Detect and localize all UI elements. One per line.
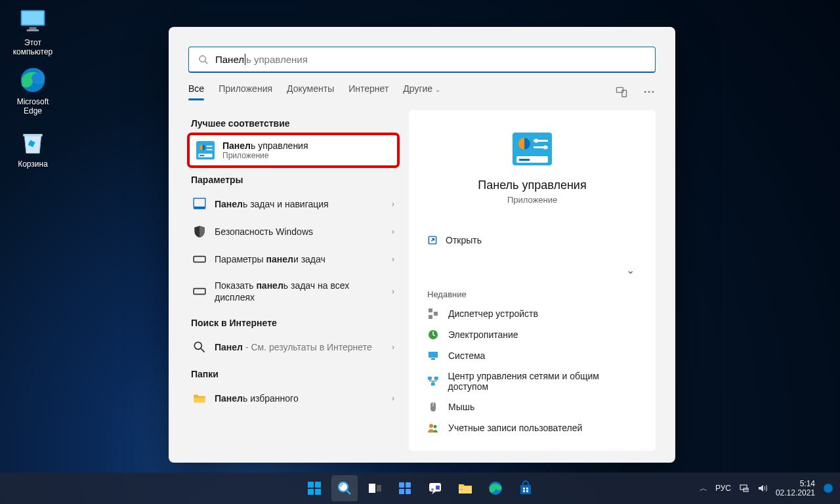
svg-rect-68 <box>526 490 528 492</box>
svg-rect-19 <box>194 207 205 209</box>
svg-rect-49 <box>315 489 321 495</box>
svg-rect-37 <box>429 352 438 358</box>
desktop-icon-this-pc[interactable]: Этот компьютер <box>8 7 58 57</box>
recent-system[interactable]: Система <box>426 345 639 366</box>
svg-rect-62 <box>460 489 463 490</box>
desktop-icon-recycle-bin[interactable]: Корзина <box>8 128 58 169</box>
settings-item-security[interactable]: Безопасность Windows › <box>188 218 398 245</box>
users-icon <box>427 422 439 434</box>
more-icon[interactable] <box>642 85 656 98</box>
search-input[interactable]: Панель управления <box>188 47 656 73</box>
svg-rect-39 <box>428 377 432 380</box>
tab-internet[interactable]: Интернет <box>348 83 388 100</box>
clock[interactable]: 5:14 02.12.2021 <box>776 479 815 498</box>
best-match-label: Лучшее соответствие <box>191 118 398 129</box>
svg-point-45 <box>434 425 437 429</box>
recent-device-manager[interactable]: Диспетчер устройств <box>426 303 639 324</box>
svg-point-71 <box>824 484 833 493</box>
svg-rect-46 <box>308 482 314 488</box>
devices-icon[interactable] <box>615 85 628 98</box>
store-button[interactable] <box>513 475 539 501</box>
svg-rect-48 <box>308 489 314 495</box>
svg-rect-38 <box>431 358 435 360</box>
svg-point-60 <box>431 488 434 491</box>
recycle-bin-icon <box>18 128 47 157</box>
recent-mouse[interactable]: Мышь <box>426 396 639 417</box>
search-icon <box>198 54 209 65</box>
control-panel-icon <box>513 133 552 165</box>
svg-rect-67 <box>523 490 525 492</box>
svg-rect-17 <box>200 155 204 156</box>
recent-network[interactable]: Центр управления сетями и общим доступом <box>426 366 639 396</box>
search-button[interactable] <box>331 475 358 501</box>
svg-point-10 <box>648 91 650 93</box>
desktop-icon-edge[interactable]: Microsoft Edge <box>8 66 58 116</box>
taskbar: ︿ РУС 5:14 02.12.2021 <box>0 472 840 504</box>
folder-result[interactable]: Панель избранного › <box>188 385 398 412</box>
chevron-right-icon: › <box>392 200 394 209</box>
web-result[interactable]: Панел - См. результаты в Интернете › <box>188 333 398 361</box>
tray-overflow-button[interactable]: ︿ <box>700 483 707 494</box>
best-match-result[interactable]: Панель управления Приложение <box>188 134 398 167</box>
panel-icon <box>192 284 207 299</box>
svg-rect-21 <box>194 289 205 295</box>
svg-rect-33 <box>429 308 432 312</box>
recent-power[interactable]: Электропитание <box>426 324 639 345</box>
svg-rect-64 <box>520 485 531 494</box>
svg-rect-1 <box>22 11 44 24</box>
open-action[interactable]: Открыть <box>426 226 639 255</box>
chevron-right-icon: › <box>392 227 394 236</box>
volume-icon[interactable] <box>757 483 768 494</box>
chevron-right-icon: › <box>392 343 394 352</box>
svg-rect-41 <box>431 383 435 386</box>
tab-all[interactable]: Все <box>188 83 204 100</box>
settings-item-show-taskbar-all[interactable]: Показать панель задач на всех дисплеях › <box>188 273 398 310</box>
power-icon <box>427 329 439 341</box>
preview-pane: Панель управления Приложение Открыть ⌄ Н… <box>409 110 656 451</box>
settings-item-taskbar-params[interactable]: Параметры панели задач › <box>188 245 398 273</box>
svg-point-44 <box>429 424 433 428</box>
taskbar-icon <box>192 197 207 211</box>
panel-icon <box>192 252 207 266</box>
search-query: Панель управления <box>215 54 308 65</box>
edge-button[interactable] <box>482 475 509 501</box>
chevron-right-icon: › <box>392 255 394 264</box>
chevron-right-icon: › <box>392 287 394 296</box>
svg-rect-53 <box>369 484 375 493</box>
svg-rect-3 <box>27 30 39 32</box>
tab-documents[interactable]: Документы <box>287 83 334 100</box>
recent-users[interactable]: Учетные записи пользователей <box>426 417 639 438</box>
mouse-icon <box>427 401 439 413</box>
svg-rect-35 <box>434 312 438 316</box>
explorer-button[interactable] <box>452 475 478 501</box>
taskview-button[interactable] <box>362 475 388 501</box>
tab-apps[interactable]: Приложения <box>219 83 272 100</box>
svg-rect-34 <box>429 315 432 319</box>
network-icon[interactable] <box>739 483 749 494</box>
tab-more[interactable]: Другие ⌄ <box>403 83 440 100</box>
shield-icon <box>192 224 207 239</box>
svg-rect-14 <box>207 146 213 147</box>
svg-rect-66 <box>526 488 528 490</box>
edge-icon <box>18 66 47 94</box>
svg-rect-57 <box>399 489 404 494</box>
svg-line-6 <box>205 61 207 64</box>
svg-point-11 <box>652 91 654 93</box>
svg-rect-61 <box>459 487 472 494</box>
chat-button[interactable] <box>422 475 448 501</box>
svg-rect-58 <box>406 489 411 494</box>
preview-subtitle: Приложение <box>426 195 639 205</box>
monitor-icon <box>18 7 47 35</box>
notifications-icon[interactable] <box>823 483 833 494</box>
svg-point-22 <box>194 343 201 350</box>
language-indicator[interactable]: РУС <box>715 484 731 493</box>
chevron-down-icon[interactable]: ⌄ <box>622 260 639 280</box>
settings-label: Параметры <box>191 175 398 185</box>
widgets-button[interactable] <box>392 475 418 501</box>
svg-rect-56 <box>406 482 411 488</box>
svg-rect-2 <box>30 27 37 30</box>
settings-item-taskbar-nav[interactable]: Панель задач и навигация › <box>188 190 398 218</box>
control-panel-icon <box>196 141 215 159</box>
desktop-icon-label: Корзина <box>8 159 58 169</box>
start-button[interactable] <box>301 475 327 501</box>
